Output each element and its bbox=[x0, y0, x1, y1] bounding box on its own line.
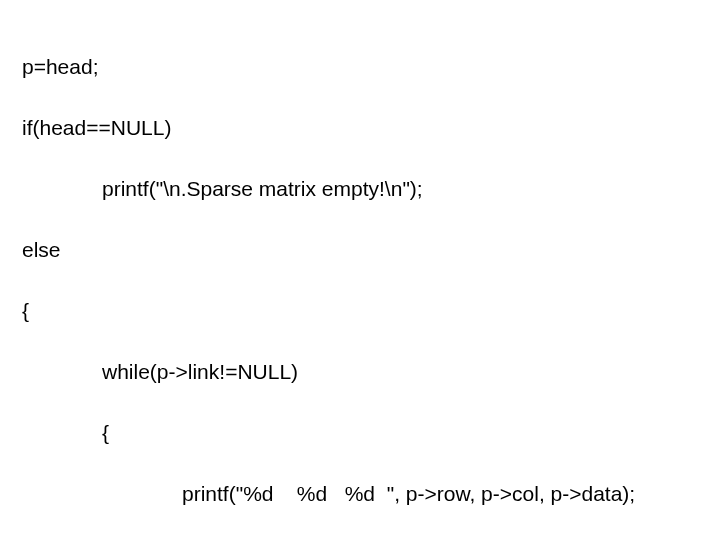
code-line: { bbox=[22, 418, 720, 448]
code-line: printf("\n.Sparse matrix empty!\n"); bbox=[22, 174, 720, 204]
code-line: { bbox=[22, 296, 720, 326]
code-line: printf("%d %d %d ", p->row, p->col, p->d… bbox=[22, 479, 720, 509]
code-block: p=head; if(head==NULL) printf("\n.Sparse… bbox=[0, 0, 720, 540]
code-line: while(p->link!=NULL) bbox=[22, 357, 720, 387]
code-line: else bbox=[22, 235, 720, 265]
code-line: if(head==NULL) bbox=[22, 113, 720, 143]
code-line: p=head; bbox=[22, 52, 720, 82]
